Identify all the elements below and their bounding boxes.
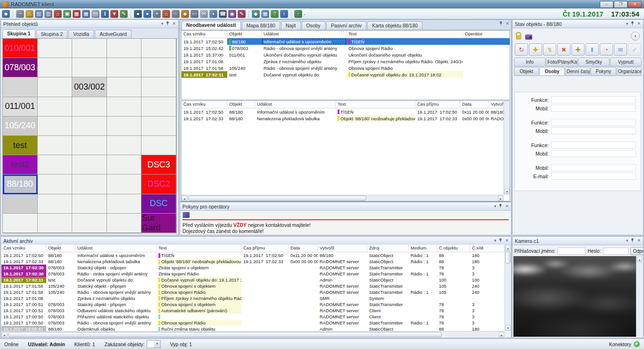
- funkce-input[interactable]: [551, 96, 636, 103]
- instructions-panel-header[interactable]: Pokyny pro operátory ▾ ✕: [180, 202, 511, 211]
- object-cell-empty[interactable]: [107, 155, 142, 174]
- tab-naj-t[interactable]: Najít: [281, 21, 301, 30]
- object-cell-dsc3[interactable]: DSC3: [141, 155, 176, 174]
- user-sessions-icon[interactable]: ☻: [2, 10, 10, 18]
- signature-icon[interactable]: ✎: [238, 10, 246, 18]
- object-cell-test[interactable]: test: [3, 136, 38, 155]
- state-tab-objekt[interactable]: Objekt: [514, 67, 539, 76]
- search-icon[interactable]: ○: [172, 10, 180, 18]
- object-cell-empty[interactable]: [38, 214, 73, 233]
- server-b-icon[interactable]: ▥: [44, 10, 52, 18]
- refresh-status-icon[interactable]: ↻: [515, 43, 528, 56]
- table-row[interactable]: 19.1.2017 17:01:58105/240Statický objekt…: [1, 283, 504, 289]
- collapse-button[interactable]: ▴: [631, 32, 640, 41]
- mobil-input[interactable]: [551, 105, 636, 112]
- object-cell-88-180[interactable]: 88/180: [3, 174, 38, 194]
- panel-close-icon[interactable]: ✕: [637, 22, 641, 26]
- clock-alarm-icon[interactable]: ◔: [16, 10, 24, 18]
- note-card-icon[interactable]: ✉: [614, 43, 627, 56]
- archive-horizontal-scrollbar[interactable]: ◂ ▸: [1, 331, 504, 337]
- column-header-event[interactable]: Událost: [255, 101, 336, 108]
- column-header-text[interactable]: Text: [336, 101, 415, 108]
- camera-panel-header[interactable]: Kamera c1 ▾ ✕: [512, 237, 643, 245]
- camera-login-input[interactable]: [557, 248, 586, 255]
- object-frame-icon[interactable]: ▣: [63, 10, 71, 18]
- object-cell-011-001[interactable]: 011/001: [3, 97, 38, 116]
- object-cell-empty[interactable]: [72, 174, 107, 194]
- home-search-icon[interactable]: ⌂: [162, 10, 170, 18]
- table-row[interactable]: 19.1.2017 17:00:50078/003Přiřazení událo…: [1, 314, 504, 320]
- calendar-info-icon[interactable]: ▦: [261, 10, 269, 18]
- add-key-icon[interactable]: ✚: [571, 43, 585, 56]
- object-cell-empty[interactable]: [38, 174, 73, 194]
- state-tab-denn-asy[interactable]: Denní časy: [565, 67, 590, 76]
- object-cell-empty[interactable]: [72, 194, 107, 214]
- info-event-icon[interactable]: ℹ: [101, 10, 109, 18]
- state-tab-osoby[interactable]: Osoby: [539, 67, 564, 76]
- pause-icon[interactable]: ‖: [586, 43, 599, 56]
- table-row[interactable]: 19.1.2017 17:02:5088/180Informační událo…: [182, 38, 510, 45]
- object-cell-sur-gard[interactable]: Sur Gard: [141, 214, 176, 233]
- column-header-medium[interactable]: Medium: [409, 245, 437, 252]
- close-button[interactable]: ✕: [628, 1, 642, 8]
- object-cell-empty[interactable]: [38, 97, 73, 116]
- server-a-icon[interactable]: ▥: [35, 10, 43, 18]
- object-cell-empty[interactable]: [38, 136, 73, 155]
- add-lock-icon[interactable]: ✚: [529, 43, 542, 56]
- group-tab-skupina-2[interactable]: Skupina 2: [36, 30, 68, 38]
- object-cell-105-240[interactable]: 105/240: [3, 116, 38, 136]
- panel-menu-icon[interactable]: ▾: [626, 22, 628, 26]
- scrollbar-thumb[interactable]: [505, 251, 511, 264]
- group-tab-vozidla[interactable]: Vozidla: [68, 30, 94, 38]
- help-icon[interactable]: ?: [271, 10, 279, 18]
- column-header-event[interactable]: Událost: [262, 31, 347, 38]
- column-header-time[interactable]: Čas vzniku: [182, 101, 227, 108]
- column-header-op[interactable]: Operátor: [463, 31, 510, 38]
- table-row[interactable]: 19.1.2017 17:01:58105/240Rádio - obnova …: [182, 65, 510, 71]
- object-cell-empty[interactable]: [38, 58, 73, 77]
- object-cell-test2[interactable]: test2: [3, 155, 38, 174]
- column-header-obj[interactable]: Objekt: [227, 101, 255, 108]
- object-cell-010-001[interactable]: 010/001: [3, 39, 38, 58]
- phone-icon[interactable]: ☎: [219, 10, 227, 18]
- tab-mapa-88-180[interactable]: Mapa 88/180: [242, 21, 280, 30]
- pin-icon[interactable]: [631, 238, 634, 243]
- object-cell-empty[interactable]: [72, 155, 107, 174]
- mail-icon[interactable]: ✉: [200, 10, 208, 18]
- panel-menu-icon[interactable]: ▾: [494, 204, 496, 208]
- statistics-icon[interactable]: ↑: [294, 10, 302, 18]
- archive-panel-header[interactable]: Aktivní archiv ▾ ✕: [1, 237, 511, 245]
- object-cell-empty[interactable]: [107, 214, 142, 233]
- object-cell-empty[interactable]: [141, 116, 176, 136]
- column-header-data[interactable]: Data: [289, 245, 318, 252]
- object-cell-078-003[interactable]: 078/003: [3, 58, 38, 77]
- panel-menu-icon[interactable]: ▾: [161, 22, 164, 26]
- table-row[interactable]: 19.1.2017 17:02:3388/180Nenalezena překl…: [1, 258, 504, 265]
- table-row[interactable]: 19.1.2017 17:02:3388/180Nenalezena překl…: [182, 115, 510, 122]
- object-cell-empty[interactable]: [3, 194, 38, 214]
- object-cell-empty[interactable]: [107, 97, 142, 116]
- mobil-input[interactable]: [551, 127, 636, 134]
- table-row[interactable]: 19.1.2017 17:01:08Zpráva z neznámého obj…: [182, 58, 510, 65]
- scrollbar-thumb[interactable]: [8, 332, 442, 337]
- object-cell-empty[interactable]: [3, 77, 38, 97]
- table-row[interactable]: 19.1.2017 17:01:08Zpráva z neznámého obj…: [1, 295, 504, 301]
- table-row[interactable]: 19.1.2017 17:00:51078/003Odbavení událos…: [1, 307, 504, 314]
- column-header-cobj[interactable]: Č.objektu: [437, 245, 470, 252]
- titlebar[interactable]: RADOMNET klient – ❐ ✕: [0, 0, 644, 8]
- objects-panel-header[interactable]: Přehled objektů ▾ ✕: [1, 20, 178, 28]
- chat-icon[interactable]: ◗: [209, 10, 217, 18]
- funkce-input[interactable]: [551, 119, 636, 126]
- object-cell-empty[interactable]: [72, 214, 107, 233]
- dart-icon[interactable]: ◉: [228, 10, 236, 18]
- object-cell-empty[interactable]: [38, 77, 73, 97]
- detail-vertical-scrollbar[interactable]: ▾: [504, 101, 510, 195]
- document-import-icon[interactable]: ▼: [110, 10, 118, 18]
- panel-menu-icon[interactable]: ▾: [626, 239, 628, 243]
- column-header-obj[interactable]: Objekt: [227, 31, 262, 38]
- maximize-button[interactable]: ❐: [614, 1, 627, 8]
- object-cell-empty[interactable]: [141, 136, 176, 155]
- state-tab-smy-ky[interactable]: Smyčky: [578, 58, 610, 66]
- object-cell-empty[interactable]: [72, 97, 107, 116]
- column-header-text[interactable]: Text: [157, 245, 241, 252]
